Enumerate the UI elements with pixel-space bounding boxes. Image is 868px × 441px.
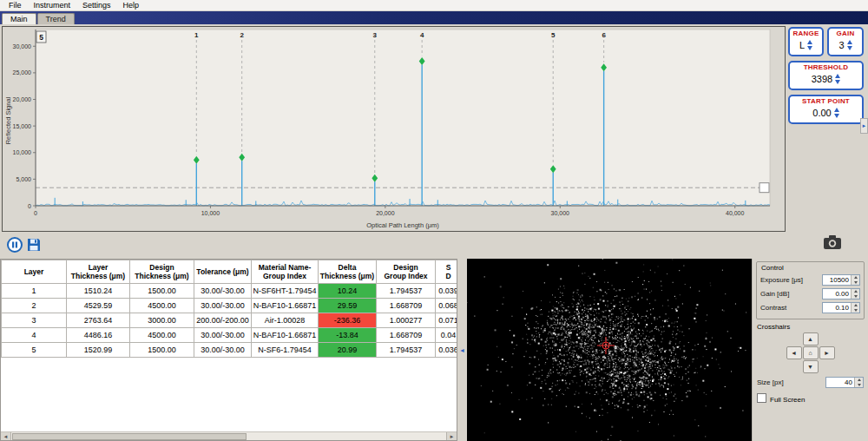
table-cell: 1.000277: [377, 313, 436, 328]
column-header: Layer: [2, 260, 67, 284]
crosshair-right-button[interactable]: ►: [819, 346, 835, 359]
tab-trend[interactable]: Trend: [37, 13, 75, 24]
table-cell: N-BAF10-1.66871: [252, 299, 319, 313]
spinner-up-icon[interactable]: [858, 378, 861, 381]
svg-text:20,000: 20,000: [376, 210, 395, 216]
splitter-collapse-button[interactable]: ◄: [457, 259, 467, 441]
menu-item-file[interactable]: File: [3, 0, 28, 11]
contrast-value[interactable]: 0.10: [823, 303, 851, 313]
threshold-handle[interactable]: [760, 183, 769, 193]
table-row[interactable]: 51520.991500.0030.00/-30.00N-SF6-1.79454…: [2, 343, 458, 358]
svg-text:0: 0: [28, 203, 31, 209]
svg-text:30,000: 30,000: [13, 43, 32, 49]
crosshair-dpad: ▲ ◄ ⌂ ► ▼: [756, 332, 865, 373]
table-row[interactable]: 24529.594500.0030.00/-30.00N-BAF10-1.668…: [2, 299, 458, 313]
crosshair-up-button[interactable]: ▲: [803, 332, 819, 346]
size-input[interactable]: 40: [825, 377, 864, 388]
table-row[interactable]: 32763.643000.00200.00/-200.00Air-1.00028…: [2, 313, 458, 328]
scrollbar-thumb[interactable]: [12, 433, 247, 440]
spinner-down-icon[interactable]: [807, 46, 812, 50]
svg-text:15,000: 15,000: [13, 123, 32, 129]
crosshair-center-button[interactable]: ⌂: [803, 346, 819, 359]
camera-control-group: Control Exposure [μs] 10500 Gain [dB] 0.…: [756, 261, 865, 319]
menu-item-help[interactable]: Help: [117, 0, 146, 11]
table-cell: 1.794537: [377, 343, 436, 358]
camera-view[interactable]: [467, 259, 752, 441]
delta-cell: -236.36: [319, 313, 377, 328]
chevron-left-icon: ◄: [459, 347, 465, 353]
table-cell: 1.794537: [377, 284, 436, 299]
gain-value[interactable]: 3: [838, 40, 844, 50]
table-cell: 30.00/-30.00: [194, 328, 252, 343]
range-control: RANGE L: [788, 27, 824, 56]
spinner-down-icon[interactable]: [854, 295, 858, 298]
table-cell: 1: [2, 284, 67, 299]
chevron-right-icon: ►: [862, 123, 867, 128]
spinner-down-icon[interactable]: [858, 384, 861, 386]
layer-table-panel: LayerLayerThickness (μm)DesignThickness …: [0, 259, 457, 441]
table-cell: 0.036: [436, 343, 458, 358]
size-spinner[interactable]: [854, 378, 863, 387]
table-cell: 0.068: [436, 299, 458, 313]
table-cell: 1510.24: [67, 284, 130, 299]
range-value[interactable]: L: [799, 40, 805, 50]
table-cell: 0.04: [436, 328, 458, 343]
range-spinner[interactable]: [807, 40, 812, 50]
spinner-down-icon[interactable]: [835, 80, 840, 84]
signal-chart[interactable]: 05,00010,00015,00020,00025,00030,000010,…: [3, 27, 785, 231]
scroll-right-icon[interactable]: ►: [446, 432, 457, 441]
table-header-row: LayerLayerThickness (μm)DesignThickness …: [2, 260, 458, 284]
spinner-down-icon[interactable]: [847, 46, 852, 50]
threshold-label: THRESHOLD: [792, 63, 860, 72]
camera-gain-spinner[interactable]: [851, 289, 859, 299]
table-cell: 3000.00: [130, 313, 194, 328]
spinner-up-icon[interactable]: [807, 40, 812, 44]
svg-text:20,000: 20,000: [13, 96, 32, 102]
start-point-value[interactable]: 0.00: [812, 108, 831, 118]
camera-gain-value[interactable]: 0.00: [823, 289, 851, 299]
spinner-down-icon[interactable]: [834, 114, 839, 118]
camera-capture-button[interactable]: [821, 233, 844, 252]
exposure-input[interactable]: 10500: [822, 274, 860, 286]
table-cell: 0.039: [436, 284, 458, 299]
contrast-spinner[interactable]: [851, 303, 859, 313]
threshold-spinner[interactable]: [835, 74, 840, 84]
contrast-row: Contrast 0.10: [760, 302, 860, 313]
spinner-up-icon[interactable]: [835, 74, 840, 78]
save-button[interactable]: [25, 236, 43, 253]
tab-main[interactable]: Main: [2, 13, 36, 24]
table-row[interactable]: 11510.241500.0030.00/-30.00N-SF6HT-1.794…: [2, 284, 458, 299]
column-header: DesignGroup Index: [377, 260, 436, 284]
pause-button[interactable]: [6, 236, 23, 253]
svg-text:4: 4: [420, 31, 424, 39]
menu-item-settings[interactable]: Settings: [76, 0, 117, 11]
menu-item-instrument[interactable]: Instrument: [28, 0, 77, 11]
contrast-input[interactable]: 0.10: [822, 302, 860, 313]
crosshair-left-button[interactable]: ◄: [786, 346, 802, 359]
crosshair-down-button[interactable]: ▼: [803, 360, 819, 373]
fullscreen-checkbox[interactable]: [757, 393, 766, 403]
spinner-up-icon[interactable]: [847, 40, 852, 44]
horizontal-scrollbar[interactable]: ◄ ►: [1, 431, 457, 440]
gain-spinner[interactable]: [847, 40, 852, 50]
exposure-value[interactable]: 10500: [823, 275, 851, 285]
table-cell: N-SF6-1.79454: [252, 343, 319, 358]
spinner-down-icon[interactable]: [854, 281, 858, 284]
start-point-label: START POINT: [792, 97, 860, 106]
spinner-up-icon[interactable]: [834, 108, 839, 112]
panel-expand-button[interactable]: ►: [860, 118, 868, 134]
scroll-left-icon[interactable]: ◄: [1, 432, 11, 441]
size-value[interactable]: 40: [826, 378, 854, 387]
spinner-down-icon[interactable]: [854, 309, 858, 312]
spinner-up-icon[interactable]: [854, 304, 858, 306]
spinner-up-icon[interactable]: [854, 290, 858, 293]
spinner-up-icon[interactable]: [854, 276, 858, 279]
camera-gain-row: Gain [dB] 0.00: [760, 288, 860, 299]
start-point-spinner[interactable]: [834, 108, 839, 118]
exposure-spinner[interactable]: [851, 275, 859, 285]
camera-gain-input[interactable]: 0.00: [822, 288, 860, 299]
table-row[interactable]: 44486.164500.0030.00/-30.00N-BAF10-1.668…: [2, 328, 458, 343]
threshold-control: THRESHOLD 3398: [788, 61, 864, 90]
threshold-value[interactable]: 3398: [812, 74, 832, 84]
svg-text:40,000: 40,000: [726, 210, 745, 216]
